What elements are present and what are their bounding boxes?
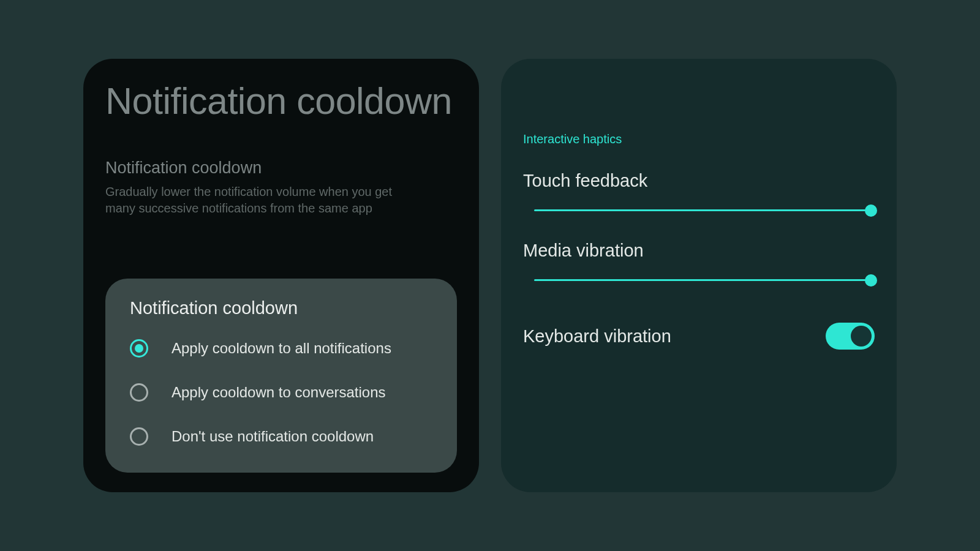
- notification-cooldown-panel: Notification cooldown Notification coold…: [83, 59, 479, 492]
- option-conversations[interactable]: Apply cooldown to conversations: [130, 383, 432, 402]
- option-label: Apply cooldown to conversations: [172, 384, 386, 401]
- option-all-notifications[interactable]: Apply cooldown to all notifications: [130, 339, 432, 358]
- section-header: Interactive haptics: [523, 132, 875, 146]
- option-none[interactable]: Don't use notification cooldown: [130, 427, 432, 446]
- keyboard-vibration-label: Keyboard vibration: [523, 326, 671, 347]
- options-card-title: Notification cooldown: [130, 298, 432, 318]
- radio-icon: [130, 427, 148, 446]
- cooldown-subtitle: Notification cooldown: [105, 159, 457, 178]
- cooldown-description: Gradually lower the notification volume …: [105, 184, 418, 217]
- media-vibration-slider[interactable]: [534, 279, 871, 281]
- touch-feedback-slider[interactable]: [534, 209, 871, 211]
- touch-feedback-group: Touch feedback: [523, 171, 875, 211]
- interactive-haptics-panel: Interactive haptics Touch feedback Media…: [501, 59, 897, 492]
- page-title: Notification cooldown: [105, 81, 457, 122]
- option-label: Don't use notification cooldown: [172, 428, 374, 445]
- media-vibration-label: Media vibration: [523, 241, 875, 261]
- toggle-knob-icon: [851, 326, 872, 347]
- cooldown-options-card: Notification cooldown Apply cooldown to …: [105, 279, 457, 473]
- cooldown-description-block: Notification cooldown Gradually lower th…: [105, 159, 457, 217]
- option-label: Apply cooldown to all notifications: [172, 340, 391, 357]
- slider-thumb-icon: [865, 274, 877, 287]
- touch-feedback-label: Touch feedback: [523, 171, 875, 191]
- keyboard-vibration-toggle[interactable]: [826, 323, 875, 350]
- radio-icon: [130, 383, 148, 402]
- radio-icon: [130, 339, 148, 358]
- slider-thumb-icon: [865, 204, 877, 217]
- media-vibration-group: Media vibration: [523, 241, 875, 281]
- keyboard-vibration-row: Keyboard vibration: [523, 323, 875, 350]
